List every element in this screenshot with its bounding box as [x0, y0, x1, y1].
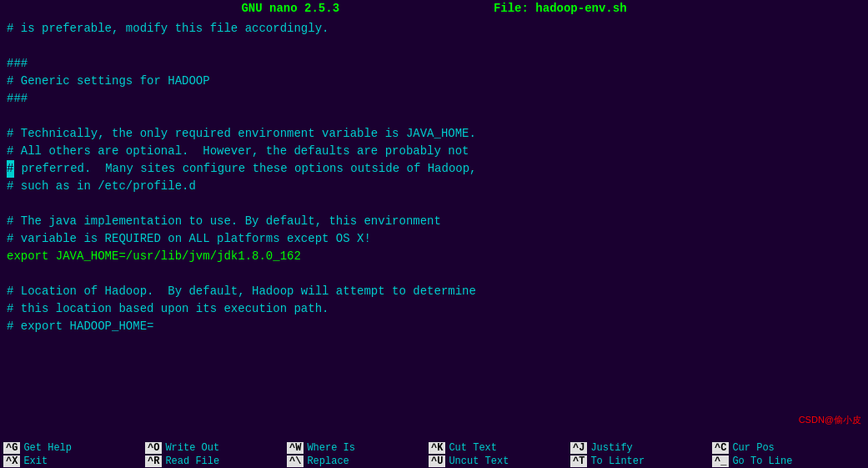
- key-cut-text: ^K: [429, 442, 445, 454]
- key-write-out: ^O: [145, 442, 162, 454]
- label-read-file: Read File: [165, 455, 219, 467]
- label-write-out: Write Out: [165, 442, 219, 454]
- line-18: # export HADOOP_HOME=: [7, 318, 861, 335]
- line-17: # this location based upon its execution…: [7, 300, 861, 318]
- key-go-to-line: ^_: [712, 455, 729, 467]
- key-replace: ^\: [287, 455, 304, 467]
- file-label: File:: [494, 2, 529, 15]
- line-export: export JAVA_HOME=/usr/lib/jvm/jdk1.8.0_1…: [7, 248, 861, 265]
- line-7: # Technically, the only required environ…: [7, 125, 861, 143]
- label-where-is: Where Is: [307, 442, 355, 454]
- shortcut-get-help: ^G Get Help: [3, 442, 145, 454]
- line-6: [7, 108, 861, 125]
- line-5: ###: [7, 90, 861, 108]
- line-11: [7, 195, 861, 213]
- title-bar: GNU nano 2.5.3 File: hadoop-env.sh: [0, 0, 868, 17]
- shortcut-write-out: ^O Write Out: [145, 442, 287, 454]
- shortcut-uncut-text: ^U Uncut Text: [429, 455, 570, 467]
- label-cur-pos: Cur Pos: [732, 442, 774, 454]
- label-justify: Justify: [590, 442, 632, 454]
- watermark: CSDN@偷小皮: [799, 414, 861, 426]
- shortcut-to-linter: ^T To Linter: [570, 455, 712, 467]
- filename: hadoop-env.sh: [535, 2, 626, 15]
- shortcut-row-1: ^G Get Help ^O Write Out ^W Where Is ^K …: [0, 441, 868, 455]
- label-replace: Replace: [307, 455, 349, 467]
- shortcut-row-2: ^X Exit ^R Read File ^\ Replace ^U Uncut…: [0, 455, 868, 468]
- key-uncut-text: ^U: [429, 455, 445, 467]
- key-where-is: ^W: [287, 442, 304, 454]
- content-area: # is preferable, modify this file accord…: [0, 17, 868, 436]
- line-9: # preferred. Many sites configure these …: [7, 160, 861, 178]
- line-1: # is preferable, modify this file accord…: [7, 20, 861, 38]
- key-cur-pos: ^C: [712, 442, 729, 454]
- line-3: ###: [7, 55, 861, 73]
- label-uncut-text: Uncut Text: [449, 455, 509, 467]
- shortcut-go-to-line: ^_ Go To Line: [712, 455, 854, 467]
- shortcut-bar: ^G Get Help ^O Write Out ^W Where Is ^K …: [0, 441, 868, 468]
- label-exit: Exit: [23, 455, 48, 467]
- line-12: # The java implementation to use. By def…: [7, 213, 861, 230]
- shortcut-exit: ^X Exit: [3, 455, 145, 467]
- shortcut-cut-text: ^K Cut Text: [429, 442, 570, 454]
- shortcut-where-is: ^W Where Is: [287, 442, 429, 454]
- key-justify: ^J: [570, 442, 587, 454]
- shortcut-cur-pos: ^C Cur Pos: [712, 442, 854, 454]
- terminal-window: GNU nano 2.5.3 File: hadoop-env.sh # is …: [0, 0, 868, 468]
- label-cut-text: Cut Text: [449, 442, 497, 454]
- line-16: # Location of Hadoop. By default, Hadoop…: [7, 283, 861, 300]
- shortcut-replace: ^\ Replace: [287, 455, 429, 467]
- key-read-file: ^R: [145, 455, 162, 467]
- line-2: [7, 38, 861, 55]
- label-to-linter: To Linter: [590, 455, 645, 467]
- key-get-help: ^G: [3, 442, 20, 454]
- label-get-help: Get Help: [23, 442, 72, 454]
- shortcut-read-file: ^R Read File: [145, 455, 287, 467]
- app-name: GNU nano 2.5.3: [241, 2, 339, 15]
- key-exit: ^X: [3, 455, 20, 467]
- label-go-to-line: Go To Line: [732, 455, 792, 467]
- shortcut-justify: ^J Justify: [570, 442, 712, 454]
- line-15: [7, 265, 861, 283]
- line-10: # such as in /etc/profile.d: [7, 178, 861, 195]
- line-8: # All others are optional. However, the …: [7, 143, 861, 160]
- line-13: # variable is REQUIRED on ALL platforms …: [7, 230, 861, 248]
- key-to-linter: ^T: [570, 455, 587, 467]
- line-4: # Generic settings for HADOOP: [7, 73, 861, 90]
